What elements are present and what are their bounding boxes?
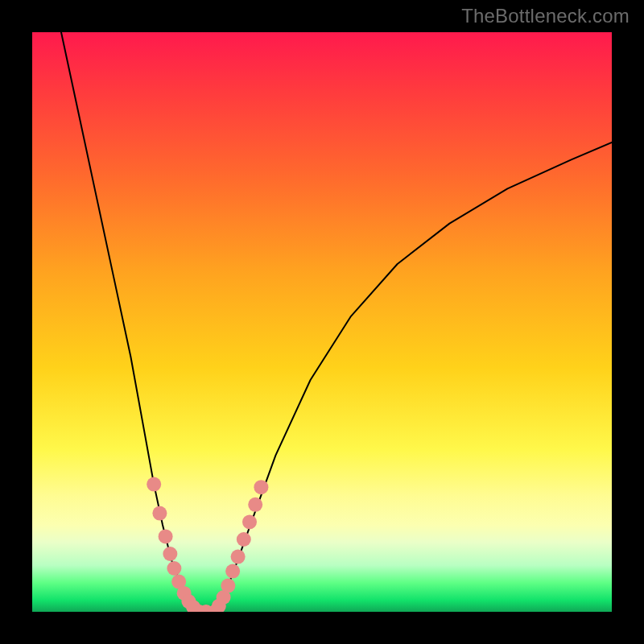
data-dot — [221, 579, 235, 593]
data-dot — [163, 547, 177, 561]
data-dot — [237, 532, 251, 547]
dots-layer — [147, 477, 268, 612]
data-dot — [225, 564, 240, 579]
data-dot — [147, 477, 161, 492]
gradient-plot-area — [32, 32, 612, 612]
data-dot — [248, 497, 262, 512]
watermark-text: TheBottleneck.com — [461, 5, 630, 27]
plot-svg — [32, 32, 612, 612]
data-dot — [167, 561, 181, 576]
data-dot — [242, 514, 257, 529]
data-dot — [231, 550, 246, 564]
data-dot — [152, 506, 167, 521]
data-dot — [159, 529, 173, 543]
v-curve — [61, 32, 612, 612]
chart-frame: TheBottleneck.com — [0, 0, 644, 644]
curve-layer — [61, 32, 612, 612]
data-dot — [254, 480, 268, 494]
